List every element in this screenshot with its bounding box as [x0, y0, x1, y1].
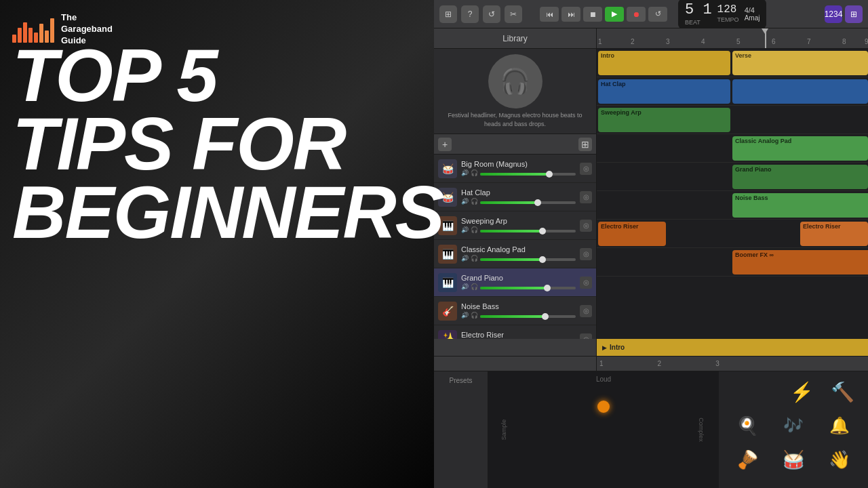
sweeping-arp-label: Sweeping Arp: [601, 109, 642, 116]
track-row-sweeping-arp[interactable]: 🎹 Sweeping Arp 🔊 🎧 ◎: [434, 211, 596, 240]
sample-label: Sample: [500, 420, 507, 441]
headphone-icon: 🎧: [471, 198, 479, 206]
instruments-row-3: 🪘 🥁 👋: [724, 445, 863, 474]
play-btn[interactable]: ▶: [605, 7, 624, 22]
hat-clap-label: Hat Clap: [601, 81, 626, 87]
track-mute-noise-bass[interactable]: ◎: [580, 305, 592, 317]
timeline-row-electro-riser: Electro Riser Electro Riser: [597, 220, 868, 248]
noise-bass-label: Noise Bass: [735, 195, 768, 201]
rewind-btn[interactable]: ⏮: [540, 7, 559, 22]
timeline-ruler: 1 2 3 4 5 6 7 8 9: [597, 28, 868, 49]
snare-icon[interactable]: 🥁: [778, 445, 808, 474]
instruments-row-2: 🍳 🎶 🔔: [724, 411, 863, 441]
ruler-4: 4: [701, 38, 705, 45]
headphone-icon: 🎧: [471, 255, 479, 263]
tools-icon[interactable]: 🔨: [827, 377, 857, 407]
triangle-icon[interactable]: 🔔: [825, 411, 854, 441]
track-info-hat-clap: Hat Clap 🔊 🎧: [461, 188, 576, 206]
lightning-icon[interactable]: ⚡: [787, 377, 816, 407]
track-row-noise-bass[interactable]: 🎸 Noise Bass 🔊 🎧 ◎: [434, 297, 596, 325]
counter-display: 5 1: [685, 1, 712, 18]
smart-control-dot[interactable]: [597, 401, 610, 413]
track-row-grand-piano[interactable]: 🎹 Grand Piano 🔊 🎧 ◎: [434, 268, 596, 297]
ruler-2: 2: [631, 38, 635, 45]
piano-roll-label: 1234: [825, 9, 843, 19]
track-controls-hat-clap: 🔊 🎧: [461, 198, 576, 206]
intro-mark-2: 2: [658, 360, 662, 367]
region-big-room-verse[interactable]: Verse: [732, 51, 868, 75]
track-row-electro-riser[interactable]: ✨ Electro Riser 🔊 🎧 ◎: [434, 325, 596, 339]
library-label: Library: [502, 34, 528, 43]
track-list: Library 🎧 Festival headliner, Magnus ele…: [434, 28, 597, 339]
intro-mark-1: 1: [599, 360, 604, 367]
track-info-noise-bass: Noise Bass 🔊 🎧: [461, 302, 576, 320]
ruler-5: 5: [736, 38, 741, 45]
timeline-row-grand-piano: Grand Piano: [597, 163, 868, 191]
track-controls-grand-piano: 🔊 🎧: [461, 283, 576, 291]
cycle-btn[interactable]: ↺: [648, 7, 667, 22]
region-hat-clap-1[interactable]: Hat Clap: [598, 79, 730, 104]
timeline-row-hat-clap: Hat Clap: [597, 77, 868, 106]
track-volume-noise-bass[interactable]: [480, 315, 576, 318]
time-sig-area: 4/4 Amaj: [745, 6, 760, 22]
add-track-btn[interactable]: +: [438, 138, 452, 151]
ruler-3: 3: [666, 38, 670, 45]
profile-avatar: 🎧: [488, 54, 542, 108]
track-icon-noise-bass: 🎸: [438, 302, 457, 321]
key-sig-display: Amaj: [745, 14, 760, 22]
track-mute-hat-clap[interactable]: ◎: [580, 191, 592, 203]
loop-btn[interactable]: ↺: [483, 5, 500, 23]
cymbal-icon[interactable]: 🍳: [732, 411, 762, 441]
fast-forward-btn[interactable]: ⏭: [561, 7, 580, 22]
region-boomer-fx[interactable]: Boomer FX ∞: [732, 250, 868, 274]
track-mute-electro-riser[interactable]: ◎: [580, 333, 592, 339]
track-mute-classic-pad[interactable]: ◎: [580, 248, 592, 260]
electro-riser-label-2: Electro Riser: [803, 223, 841, 230]
beat-label: BEAT: [685, 19, 701, 26]
piano-roll-btn[interactable]: 1234: [825, 5, 842, 23]
help-btn[interactable]: ?: [461, 5, 479, 23]
bottom-area: ▶ Intro 1 2 3 Presets Loud Sample: [434, 339, 868, 488]
track-mute-grand-piano[interactable]: ◎: [580, 277, 592, 289]
headphone-icon: 🎧: [471, 169, 479, 178]
toolbar: ⊞ ? ↺ ✂ ⏮ ⏭ ⏹ ▶ ⏺ ↺ 5 1 BEAT 128 TEMPO: [434, 0, 868, 28]
region-electro-riser-1[interactable]: Electro Riser: [598, 222, 666, 246]
track-volume-grand-piano[interactable]: [480, 287, 576, 289]
title-line2: TIPS FOR: [12, 109, 427, 178]
mute-icon: 🔊: [461, 255, 469, 263]
track-volume-classic-pad[interactable]: [480, 258, 576, 261]
settings-btn[interactable]: ⊞: [439, 5, 457, 23]
section-verse: Verse: [735, 52, 751, 59]
region-hat-clap-2[interactable]: [732, 79, 868, 104]
smart-controls[interactable]: Loud Sample Complex: [488, 371, 719, 488]
filter-btn[interactable]: ⊞: [578, 138, 592, 151]
timeline-row-sweeping-arp: Sweeping Arp: [597, 106, 868, 134]
track-volume-big-room[interactable]: [480, 173, 576, 176]
counter-area: 5 1 BEAT 128 TEMPO 4/4 Amaj: [678, 0, 766, 28]
scissors-btn[interactable]: ✂: [505, 5, 522, 23]
region-electro-riser-2[interactable]: Electro Riser: [800, 222, 868, 246]
region-grand-piano-1[interactable]: Grand Piano: [732, 165, 868, 189]
intro-label: Intro: [610, 344, 625, 351]
gong-icon[interactable]: 🪘: [732, 445, 762, 474]
track-mute-sweeping-arp[interactable]: ◎: [580, 220, 592, 232]
shaker-icon[interactable]: 🎶: [778, 411, 808, 441]
bpm-display: 128: [717, 3, 739, 16]
track-row-classic-pad[interactable]: 🎹 Classic Analog Pad 🔊 🎧 ◎: [434, 240, 596, 268]
region-big-room-intro[interactable]: Intro: [598, 51, 730, 75]
library-header: Library: [434, 28, 596, 49]
track-volume-sweeping-arp[interactable]: [480, 230, 576, 232]
intro-bar: ▶ Intro: [597, 339, 868, 357]
region-classic-pad-1[interactable]: Classic Analog Pad: [732, 136, 868, 161]
region-noise-bass[interactable]: Noise Bass: [732, 193, 868, 218]
hand-icon[interactable]: 👋: [825, 445, 854, 474]
track-row-hat-clap[interactable]: 🥁 Hat Clap 🔊 🎧 ◎: [434, 183, 596, 211]
region-sweeping-arp[interactable]: Sweeping Arp: [598, 108, 730, 132]
track-mute-big-room[interactable]: ◎: [580, 163, 592, 175]
track-volume-hat-clap[interactable]: [480, 201, 576, 204]
track-row-big-room[interactable]: 🥁 Big Room (Magnus) 🔊 🎧 ◎: [434, 155, 596, 183]
record-btn[interactable]: ⏺: [627, 7, 646, 22]
mixer-btn[interactable]: ⊞: [845, 5, 863, 23]
mute-icon: 🔊: [461, 312, 469, 320]
stop-btn[interactable]: ⏹: [583, 7, 602, 22]
